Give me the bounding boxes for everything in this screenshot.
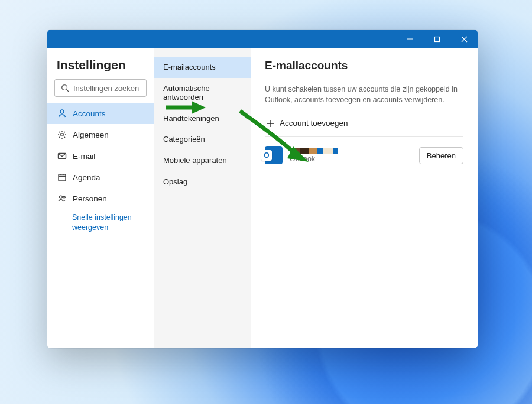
redacted-email xyxy=(290,148,412,154)
nav2-mobile-devices[interactable]: Mobiele apparaten xyxy=(154,150,251,171)
detail-pane: E-mailaccounts U kunt schakelen tussen u… xyxy=(251,48,478,348)
search-placeholder: Instellingen zoeken xyxy=(73,84,139,93)
nav1-accounts[interactable]: Accounts xyxy=(47,103,154,124)
svg-line-5 xyxy=(66,90,69,92)
svg-point-4 xyxy=(61,85,67,90)
maximize-button[interactable] xyxy=(423,30,450,48)
pane-description: U kunt schakelen tussen uw accounts die … xyxy=(265,84,463,105)
calendar-icon xyxy=(57,172,67,183)
settings-sidebar: Instellingen Instellingen zoeken Account… xyxy=(47,48,154,348)
people-icon xyxy=(57,194,67,204)
settings-search[interactable]: Instellingen zoeken xyxy=(54,79,147,97)
add-account-button[interactable]: Account toevoegen xyxy=(265,113,463,137)
secondary-nav: E-mailaccounts Automatische antwoorden H… xyxy=(154,48,251,348)
nav2-signatures[interactable]: Handtekeningen xyxy=(154,108,251,129)
svg-point-14 xyxy=(63,196,65,198)
nav2-categories[interactable]: Categorieën xyxy=(154,129,251,150)
nav1-label: Accounts xyxy=(73,109,106,118)
mail-icon xyxy=(57,151,67,161)
titlebar xyxy=(47,30,478,48)
nav2-email-accounts[interactable]: E-mailaccounts xyxy=(154,57,251,78)
account-row: O Outlook Beheren xyxy=(265,137,463,174)
person-icon xyxy=(57,109,67,119)
outlook-icon: O xyxy=(265,146,283,164)
svg-point-7 xyxy=(60,133,63,136)
minimize-button[interactable] xyxy=(396,30,423,48)
settings-window: Instellingen Instellingen zoeken Account… xyxy=(47,30,478,348)
nav2-storage[interactable]: Opslag xyxy=(154,171,251,193)
manage-button[interactable]: Beheren xyxy=(419,147,463,164)
search-icon xyxy=(60,83,70,93)
svg-rect-1 xyxy=(434,37,439,41)
primary-nav: Accounts Algemeen E-mail xyxy=(47,103,154,233)
plus-icon xyxy=(265,118,275,128)
nav1-email[interactable]: E-mail xyxy=(47,145,154,167)
account-name: Outlook xyxy=(290,155,412,163)
gear-icon xyxy=(57,130,67,140)
nav1-calendar[interactable]: Agenda xyxy=(47,167,154,188)
svg-point-13 xyxy=(59,196,62,198)
nav1-label: Personen xyxy=(73,194,107,203)
nav1-people[interactable]: Personen xyxy=(47,188,154,209)
settings-title: Instellingen xyxy=(47,57,154,79)
close-button[interactable] xyxy=(450,30,478,48)
account-texts: Outlook xyxy=(290,148,412,163)
nav1-label: Agenda xyxy=(73,173,100,182)
nav1-general[interactable]: Algemeen xyxy=(47,124,154,145)
pane-title: E-mailaccounts xyxy=(265,59,463,72)
content-area: Instellingen Instellingen zoeken Account… xyxy=(47,48,478,348)
quick-settings-link[interactable]: Snelle instellingen weergeven xyxy=(47,209,154,233)
svg-point-6 xyxy=(60,110,64,113)
nav2-auto-replies[interactable]: Automatische antwoorden xyxy=(154,78,251,108)
nav1-label: E-mail xyxy=(73,152,95,161)
svg-rect-9 xyxy=(59,174,66,181)
nav1-label: Algemeen xyxy=(73,131,109,139)
add-account-label: Account toevoegen xyxy=(280,119,348,128)
